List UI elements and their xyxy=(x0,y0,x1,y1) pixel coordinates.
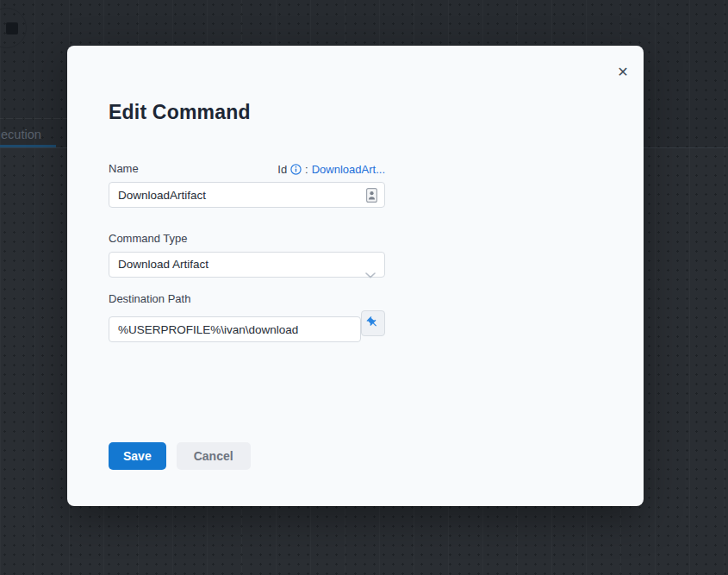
name-input[interactable] xyxy=(109,182,385,208)
chevron-down-icon xyxy=(365,263,376,287)
command-id-row: Id : DownloadArt... xyxy=(277,163,385,176)
info-icon[interactable] xyxy=(290,164,302,175)
stop-icon xyxy=(6,22,18,34)
close-icon: ✕ xyxy=(617,64,628,80)
destination-path-input[interactable] xyxy=(109,316,361,342)
save-button[interactable]: Save xyxy=(109,442,166,470)
command-type-value: Download Artifact xyxy=(118,258,208,271)
destination-path-group: Destination Path xyxy=(109,292,385,342)
close-button[interactable]: ✕ xyxy=(611,60,635,84)
toolbar-divider xyxy=(0,118,67,119)
tab-active-underline xyxy=(0,145,56,147)
modal-title: Edit Command xyxy=(109,99,644,125)
command-type-select[interactable]: Download Artifact xyxy=(109,252,385,278)
tab-execution-label: ecution xyxy=(1,128,41,141)
pushpin-icon xyxy=(363,313,383,333)
command-type-group: Command Type Download Artifact xyxy=(109,232,385,278)
destination-path-label: Destination Path xyxy=(109,292,190,306)
id-separator: : xyxy=(305,163,308,176)
name-field-group: Name Id : DownloadArt... xyxy=(109,162,385,208)
cancel-button[interactable]: Cancel xyxy=(177,442,251,470)
edit-command-modal: ✕ Edit Command Name Id xyxy=(67,46,644,506)
pin-button[interactable] xyxy=(361,310,385,336)
command-type-label: Command Type xyxy=(109,232,188,246)
app-window: ecution ✕ Edit Command Name Id xyxy=(0,0,728,575)
id-link[interactable]: DownloadArt... xyxy=(312,163,385,176)
modal-actions: Save Cancel xyxy=(109,442,385,470)
id-label: Id xyxy=(277,163,287,176)
name-label: Name xyxy=(109,162,139,176)
